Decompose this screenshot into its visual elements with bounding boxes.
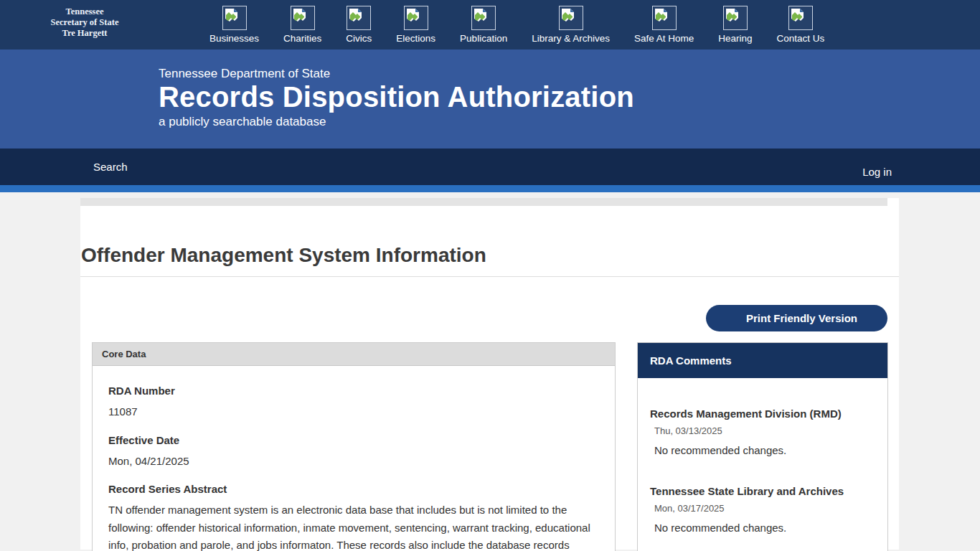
banner-subtitle: a publicly searchable database [159,115,980,129]
accent-strip [0,185,980,192]
main-content: Offender Management System Information P… [80,198,899,550]
broken-image-icon [291,6,315,30]
broken-image-icon [404,6,428,30]
field-label: Record Series Abstract [108,483,599,495]
topnav-item-library-archives[interactable]: Library & Archives [532,6,610,44]
topnav-item-publication[interactable]: Publication [460,6,507,44]
comment-org: Tennessee State Library and Archives [650,485,876,497]
state-seal-logo[interactable]: Tennessee Secretary of State Tre Hargett [0,0,169,38]
topnav-label: Contact Us [777,33,825,44]
login-link[interactable]: Log in [862,166,892,178]
field-label: Effective Date [108,434,599,446]
content-top-divider-bar [80,198,887,206]
logo-line: Secretary of State [0,17,169,28]
field-label: RDA Number [108,385,599,397]
field-effective-date: Effective Date Mon, 04/21/2025 [108,434,599,471]
broken-image-icon [347,6,371,30]
rda-comment: Tennessee State Library and Archives Mon… [650,485,876,534]
topnav-item-charities[interactable]: Charities [283,6,321,44]
banner-department: Tennessee Department of State [159,67,980,81]
broken-image-icon [222,6,247,30]
field-value: TN offender management system is an elec… [108,501,599,551]
main-menubar: Search Log in [0,149,980,185]
print-friendly-version-button[interactable]: Print Friendly Version [706,305,887,331]
broken-image-icon [471,6,496,30]
topnav-label: Hearing [718,33,752,44]
topnav-item-elections[interactable]: Elections [396,6,435,44]
broken-image-icon [559,6,583,30]
field-rda-number: RDA Number 11087 [108,385,599,421]
rda-comments-panel-header: RDA Comments [638,343,887,378]
rda-comment: Records Management Division (RMD) Thu, 0… [650,408,876,456]
comment-org: Records Management Division (RMD) [650,408,876,420]
topnav-item-hearing[interactable]: Hearing [718,6,752,44]
topnav-item-civics[interactable]: Civics [346,6,372,44]
topnav-label: Civics [346,33,372,44]
page-title: Offender Management System Information [81,243,899,268]
topnav-item-contact-us[interactable]: Contact Us [777,6,825,44]
topnav-label: Publication [460,33,507,44]
topnav-item-safe-at-home[interactable]: Safe At Home [634,6,694,44]
title-divider [80,276,899,277]
comment-text: No recommended changes. [654,444,876,456]
topnav-label: Elections [396,33,435,44]
comment-date: Mon, 03/17/2025 [654,503,876,514]
logo-line: Tennessee [0,6,169,17]
menu-item-search[interactable]: Search [93,161,128,173]
topnav-item-businesses[interactable]: Businesses [209,6,259,44]
broken-image-icon [788,6,813,30]
topnav-label: Library & Archives [532,33,610,44]
site-title: Records Disposition Authorization [159,81,980,113]
top-navigation: Businesses Charities Civics Elections Pu… [209,0,824,44]
comment-date: Thu, 03/13/2025 [654,425,876,436]
field-value: Mon, 04/21/2025 [108,453,599,471]
comment-text: No recommended changes. [654,522,876,534]
logo-line: Tre Hargett [0,28,169,39]
core-data-panel-header: Core Data [93,343,615,366]
core-data-panel: Core Data RDA Number 11087 Effective Dat… [92,342,616,551]
field-value: 11087 [108,403,599,421]
site-banner: Tennessee Department of State Records Di… [0,50,980,149]
topnav-label: Safe At Home [634,33,694,44]
topnav-label: Businesses [209,33,259,44]
rda-comments-panel: RDA Comments Records Management Division… [637,342,888,551]
broken-image-icon [723,6,748,30]
topnav-label: Charities [283,33,321,44]
broken-image-icon [652,6,677,30]
site-header: Tennessee Secretary of State Tre Hargett… [0,0,980,50]
field-record-series-abstract: Record Series Abstract TN offender manag… [108,483,599,551]
